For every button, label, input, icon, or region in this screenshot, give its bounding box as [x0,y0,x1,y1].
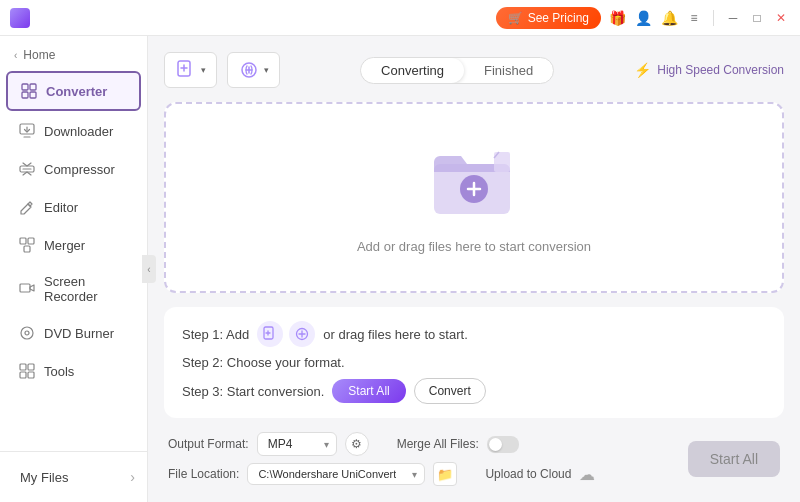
home-label: Home [23,48,55,62]
app-icon [10,8,30,28]
editor-label: Editor [44,200,78,215]
drop-zone[interactable]: Add or drag files here to start conversi… [164,102,784,293]
steps-area: Step 1: Add or dra [164,307,784,418]
file-location-label: File Location: [168,467,239,481]
title-bar-right: 🛒 See Pricing 🎁 👤 🔔 ≡ ─ □ ✕ [496,7,790,29]
see-pricing-label: See Pricing [528,11,589,25]
high-speed-section: ⚡ High Speed Conversion [634,62,784,78]
step1-icons [257,321,315,347]
bottom-left: Output Format: MP4 AVI MOV MKV ⚙ Merge A… [168,432,595,486]
bottom-bar: Output Format: MP4 AVI MOV MKV ⚙ Merge A… [164,432,784,486]
editor-icon [18,198,36,216]
step1-row: Step 1: Add or dra [182,321,766,347]
step1-drag-text: or drag files here to start. [323,327,468,342]
sidebar-item-screen-recorder[interactable]: Screen Recorder [6,265,141,313]
dvd-burner-label: DVD Burner [44,326,114,341]
high-speed-label: High Speed Conversion [657,63,784,77]
merger-icon [18,236,36,254]
compressor-label: Compressor [44,162,115,177]
format-settings-button[interactable]: ⚙ [345,432,369,456]
close-button[interactable]: ✕ [772,9,790,27]
step1-label: Step 1: Add [182,327,249,342]
profile-icon[interactable]: 👤 [633,8,653,28]
svg-rect-15 [28,372,34,378]
add-url-icon [238,59,260,81]
screen-recorder-label: Screen Recorder [44,274,129,304]
svg-point-11 [25,331,29,335]
sidebar-item-compressor[interactable]: Compressor [6,151,141,187]
sidebar-item-tools[interactable]: Tools [6,353,141,389]
merge-files-toggle[interactable] [487,436,519,453]
minimize-button[interactable]: ─ [724,9,742,27]
step1-add-url-icon[interactable] [289,321,315,347]
merger-label: Merger [44,238,85,253]
my-files-label: My Files [20,470,68,485]
sidebar-item-converter[interactable]: Converter [6,71,141,111]
file-location-row: File Location: 📁 Upload to Cloud ☁ [168,462,595,486]
compressor-icon [18,160,36,178]
toolbar: ▾ ▾ Converting Finished ⚡ High [164,52,784,88]
svg-point-10 [21,327,33,339]
step1-add-file-icon[interactable] [257,321,283,347]
sidebar-item-downloader[interactable]: Downloader [6,113,141,149]
dropzone-text: Add or drag files here to start conversi… [357,239,591,254]
step2-label: Step 2: Choose your format. [182,355,345,370]
add-file-button[interactable]: ▾ [164,52,217,88]
content-area: ▾ ▾ Converting Finished ⚡ High [148,36,800,502]
dvd-burner-icon [18,324,36,342]
tab-converting[interactable]: Converting [361,58,464,83]
sidebar: ‹ Home Converter [0,36,148,502]
upload-cloud-icon[interactable]: ☁ [579,465,595,484]
upload-cloud-label: Upload to Cloud [485,467,571,481]
step3-convert-button[interactable]: Convert [414,378,486,404]
output-format-select[interactable]: MP4 AVI MOV MKV [257,432,337,456]
add-url-button[interactable]: ▾ [227,52,280,88]
step3-label: Step 3: Start conversion. [182,384,324,399]
maximize-button[interactable]: □ [748,9,766,27]
downloader-icon [18,122,36,140]
toolbar-left: ▾ ▾ [164,52,280,88]
svg-rect-12 [20,364,26,370]
tab-finished[interactable]: Finished [464,58,553,83]
cart-icon: 🛒 [508,11,523,25]
merge-files-label: Merge All Files: [397,437,479,451]
sidebar-bottom: My Files › [0,451,147,502]
svg-rect-0 [22,84,28,90]
see-pricing-button[interactable]: 🛒 See Pricing [496,7,601,29]
chevron-left-icon: ‹ [14,50,17,61]
svg-rect-14 [20,372,26,378]
output-format-select-wrap: MP4 AVI MOV MKV [257,432,337,456]
converter-icon [20,82,38,100]
browse-folder-button[interactable]: 📁 [433,462,457,486]
sidebar-item-editor[interactable]: Editor [6,189,141,225]
sidebar-item-dvd-burner[interactable]: DVD Burner [6,315,141,351]
step3-row: Step 3: Start conversion. Start All Conv… [182,378,766,404]
step3-start-all-button[interactable]: Start All [332,379,405,403]
svg-rect-2 [22,92,28,98]
sidebar-my-files[interactable]: My Files › [0,460,147,494]
svg-rect-13 [28,364,34,370]
bell-icon[interactable]: 🔔 [659,8,679,28]
converter-label: Converter [46,84,107,99]
tools-label: Tools [44,364,74,379]
sidebar-item-merger[interactable]: Merger [6,227,141,263]
bolt-icon: ⚡ [634,62,651,78]
menu-icon[interactable]: ≡ [685,9,703,27]
gift-icon[interactable]: 🎁 [607,8,627,28]
tabs: Converting Finished [360,57,554,84]
tools-icon [18,362,36,380]
file-path-input[interactable] [247,463,425,485]
title-bar: 🛒 See Pricing 🎁 👤 🔔 ≡ ─ □ ✕ [0,0,800,36]
svg-rect-7 [28,238,34,244]
add-file-icon [175,59,197,81]
output-format-label: Output Format: [168,437,249,451]
sidebar-home[interactable]: ‹ Home [0,40,147,70]
file-path-wrap [247,463,425,485]
add-url-chevron-icon: ▾ [264,65,269,75]
svg-rect-1 [30,84,36,90]
downloader-label: Downloader [44,124,113,139]
collapse-handle[interactable]: ‹ [142,255,156,283]
start-all-main-button[interactable]: Start All [688,441,780,477]
add-file-chevron-icon: ▾ [201,65,206,75]
svg-rect-9 [20,284,30,292]
